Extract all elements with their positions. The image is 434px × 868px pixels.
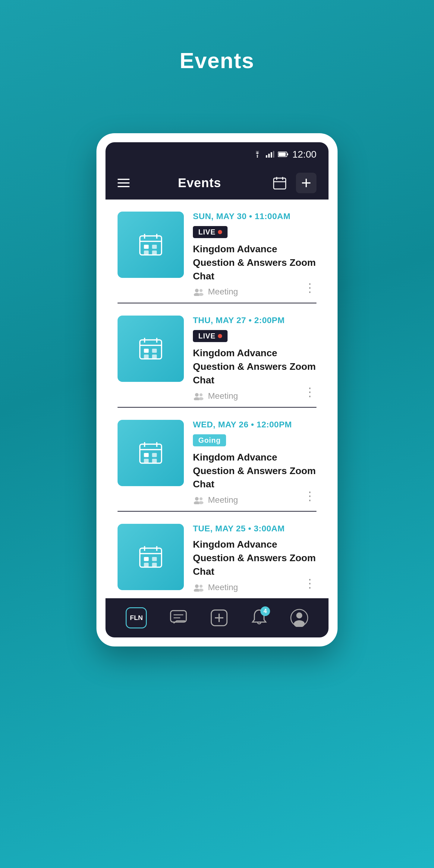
svg-rect-6 <box>287 153 288 155</box>
avatar-icon <box>290 609 308 627</box>
event-thumbnail-2 <box>118 315 184 382</box>
svg-point-37 <box>198 397 204 400</box>
svg-rect-30 <box>144 349 149 353</box>
fln-logo: FLN <box>126 607 147 628</box>
svg-point-48 <box>199 497 203 500</box>
people-icon-2 <box>193 392 204 400</box>
more-button-4[interactable]: ⋮ <box>304 577 316 589</box>
event-date-row-4: TUE, MAY 25 • 3:00AM <box>193 524 316 533</box>
svg-point-25 <box>198 293 204 296</box>
notifications-badge: 4 <box>260 607 270 616</box>
event-badge-2: LIVE <box>193 330 227 342</box>
event-badge-3: Going <box>193 434 226 446</box>
svg-rect-7 <box>278 153 286 156</box>
svg-point-69 <box>296 613 302 618</box>
svg-rect-38 <box>140 444 161 463</box>
svg-rect-26 <box>140 340 161 359</box>
event-badge-1: LIVE <box>193 226 227 238</box>
more-button-1[interactable]: ⋮ <box>304 281 316 293</box>
event-thumbnail-3 <box>118 420 184 486</box>
svg-point-0 <box>257 156 258 158</box>
more-button-2[interactable]: ⋮ <box>304 386 316 398</box>
event-date-4: TUE, MAY 25 • 3:00AM <box>193 524 285 533</box>
event-title-1: Kingdom Advance Question & Answers Zoom … <box>193 242 316 283</box>
nav-item-profile[interactable] <box>290 609 308 627</box>
svg-point-49 <box>198 501 204 504</box>
event-thumbnail-4 <box>118 524 184 590</box>
events-list: SUN, MAY 30 • 11:00AM LIVE Kingdom Advan… <box>105 199 329 598</box>
event-item-1[interactable]: SUN, MAY 30 • 11:00AM LIVE Kingdom Advan… <box>105 199 329 303</box>
nav-plus-icon <box>210 609 228 627</box>
svg-rect-8 <box>274 178 286 189</box>
svg-rect-50 <box>140 548 161 567</box>
people-icon-1 <box>193 287 204 296</box>
svg-rect-4 <box>273 151 274 158</box>
svg-point-34 <box>195 393 198 397</box>
status-bar: 12:00 <box>105 142 329 166</box>
event-calendar-icon-2 <box>137 335 164 362</box>
event-date-3: WED, MAY 26 • 12:00PM <box>193 420 292 430</box>
event-details-2: THU, MAY 27 • 2:00PM LIVE Kingdom Advanc… <box>193 315 316 401</box>
event-content-4: TUE, MAY 25 • 3:00AM Kingdom Advance Que… <box>118 524 316 592</box>
event-calendar-icon-3 <box>137 439 164 467</box>
event-item-2[interactable]: THU, MAY 27 • 2:00PM LIVE Kingdom Advanc… <box>105 304 329 407</box>
add-event-button[interactable] <box>296 173 316 193</box>
event-item-4[interactable]: TUE, MAY 25 • 3:00AM Kingdom Advance Que… <box>105 512 329 598</box>
event-date-2: THU, MAY 27 • 2:00PM <box>193 315 285 325</box>
event-type-3: Meeting <box>208 495 238 505</box>
svg-rect-3 <box>271 152 272 158</box>
svg-point-61 <box>198 589 204 592</box>
calendar-icon <box>273 176 287 190</box>
event-type-1: Meeting <box>208 287 238 297</box>
phone-frame: 12:00 Events <box>96 133 338 647</box>
wifi-icon <box>253 151 262 158</box>
event-item-3[interactable]: WED, MAY 26 • 12:00PM Going Kingdom Adva… <box>105 408 329 511</box>
people-icon-4 <box>193 583 204 592</box>
event-calendar-icon-1 <box>137 231 164 258</box>
battery-icon <box>278 151 289 157</box>
event-content-1: SUN, MAY 30 • 11:00AM LIVE Kingdom Advan… <box>118 212 316 297</box>
event-details-1: SUN, MAY 30 • 11:00AM LIVE Kingdom Advan… <box>193 212 316 297</box>
nav-item-chat[interactable] <box>169 610 187 626</box>
status-icons: 12:00 <box>253 149 316 160</box>
svg-rect-21 <box>152 250 157 255</box>
event-type-4: Meeting <box>208 583 238 592</box>
svg-rect-33 <box>152 355 157 359</box>
event-content-3: WED, MAY 26 • 12:00PM Going Kingdom Adva… <box>118 420 316 505</box>
svg-rect-2 <box>268 154 270 158</box>
svg-point-24 <box>199 289 203 292</box>
event-title-3: Kingdom Advance Question & Answers Zoom … <box>193 451 316 491</box>
svg-rect-14 <box>140 236 161 255</box>
event-date-row-2: THU, MAY 27 • 2:00PM LIVE <box>193 315 316 342</box>
svg-rect-42 <box>144 453 149 457</box>
svg-rect-20 <box>144 250 149 255</box>
event-date-1: SUN, MAY 30 • 11:00AM <box>193 212 290 221</box>
svg-rect-56 <box>144 563 149 567</box>
nav-item-notifications[interactable]: 4 <box>251 609 268 627</box>
event-content-2: THU, MAY 27 • 2:00PM LIVE Kingdom Advanc… <box>118 315 316 401</box>
svg-rect-45 <box>152 459 157 463</box>
svg-point-36 <box>199 393 203 396</box>
nav-item-add[interactable] <box>210 609 228 627</box>
svg-rect-1 <box>266 155 267 158</box>
svg-rect-43 <box>152 453 157 457</box>
event-calendar-icon-4 <box>137 544 164 570</box>
app-bar-title: Events <box>178 176 221 190</box>
event-type-row-2: Meeting <box>193 391 316 401</box>
event-thumbnail-1 <box>118 212 184 278</box>
event-type-row-4: Meeting <box>193 583 316 592</box>
svg-rect-18 <box>144 245 149 249</box>
chat-icon <box>169 610 187 626</box>
people-icon-3 <box>193 496 204 504</box>
svg-rect-54 <box>144 557 149 561</box>
svg-rect-19 <box>152 245 157 249</box>
calendar-button[interactable] <box>270 173 290 193</box>
signal-icon <box>266 151 274 158</box>
more-button-3[interactable]: ⋮ <box>304 490 316 502</box>
svg-rect-31 <box>152 349 157 353</box>
menu-button[interactable] <box>118 179 130 187</box>
bottom-nav: FLN <box>105 598 329 638</box>
svg-rect-44 <box>144 459 149 463</box>
nav-item-home[interactable]: FLN <box>126 607 147 628</box>
svg-point-58 <box>195 584 198 588</box>
